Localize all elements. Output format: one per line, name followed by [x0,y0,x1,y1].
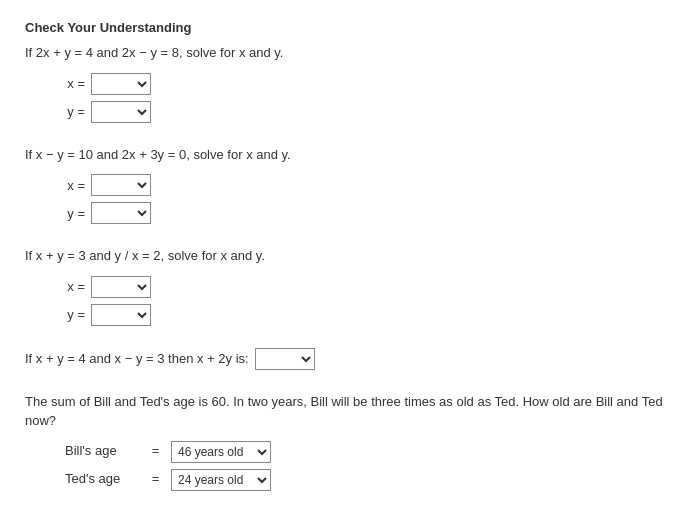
problem-2-x-label: x = [65,178,85,193]
problem-4: If x + y = 4 and x − y = 3 then x + 2y i… [25,348,671,370]
problem-1-x-row: x = 123456 [65,73,671,95]
bill-equals: = [148,441,163,462]
problem-1-inputs: x = 123456 y = -4-3-2-101234 [65,73,671,123]
problem-1-statement: If 2x + y = 4 and 2x − y = 8, solve for … [25,43,671,63]
problem-3-y-label: y = [65,307,85,322]
bill-age-row: Bill's age = 44 years old45 years old46 … [65,441,671,463]
age-table: Bill's age = 44 years old45 years old46 … [65,441,671,491]
problem-3: If x + y = 3 and y / x = 2, solve for x … [25,246,671,326]
ted-age-label: Ted's age [65,469,140,490]
problem-3-y-select[interactable]: 12345 [91,304,151,326]
problem-3-y-row: y = 12345 [65,304,671,326]
problem-2-y-label: y = [65,206,85,221]
problem-2-inputs: x = 123456 y = -4-3-2-101234 [65,174,671,224]
word-problem: The sum of Bill and Ted's age is 60. In … [25,392,671,491]
problem-2-x-row: x = 123456 [65,174,671,196]
problem-2-y-row: y = -4-3-2-101234 [65,202,671,224]
page-title: Check Your Understanding [25,20,671,35]
problem-4-row: If x + y = 4 and x − y = 3 then x + 2y i… [25,348,671,370]
problem-2-statement: If x − y = 10 and 2x + 3y = 0, solve for… [25,145,671,165]
problem-4-statement: If x + y = 4 and x − y = 3 then x + 2y i… [25,351,249,366]
word-problem-statement: The sum of Bill and Ted's age is 60. In … [25,392,671,431]
problem-4-select[interactable]: 12345678 [255,348,315,370]
problem-3-x-row: x = 12345 [65,276,671,298]
ted-age-row: Ted's age = 22 years old23 years old24 y… [65,469,671,491]
problem-1: If 2x + y = 4 and 2x − y = 8, solve for … [25,43,671,123]
ted-equals: = [148,469,163,490]
problem-2: If x − y = 10 and 2x + 3y = 0, solve for… [25,145,671,225]
problem-1-y-label: y = [65,104,85,119]
problem-3-x-label: x = [65,279,85,294]
problem-2-y-select[interactable]: -4-3-2-101234 [91,202,151,224]
bill-age-select[interactable]: 44 years old45 years old46 years old47 y… [171,441,271,463]
problem-2-x-select[interactable]: 123456 [91,174,151,196]
ted-age-select[interactable]: 22 years old23 years old24 years old25 y… [171,469,271,491]
problem-3-statement: If x + y = 3 and y / x = 2, solve for x … [25,246,671,266]
problem-1-y-select[interactable]: -4-3-2-101234 [91,101,151,123]
problem-1-x-select[interactable]: 123456 [91,73,151,95]
problem-3-inputs: x = 12345 y = 12345 [65,276,671,326]
bill-age-label: Bill's age [65,441,140,462]
problem-1-y-row: y = -4-3-2-101234 [65,101,671,123]
problem-3-x-select[interactable]: 12345 [91,276,151,298]
problem-1-x-label: x = [65,76,85,91]
